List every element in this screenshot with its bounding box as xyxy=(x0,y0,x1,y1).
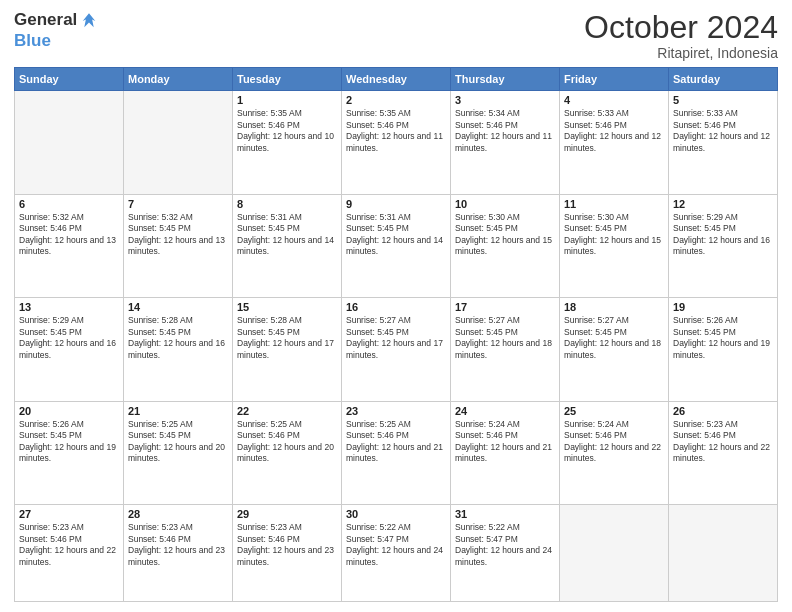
day-info: Sunrise: 5:34 AM Sunset: 5:46 PM Dayligh… xyxy=(455,108,555,154)
logo-blue: Blue xyxy=(14,32,100,51)
calendar-cell: 31Sunrise: 5:22 AM Sunset: 5:47 PM Dayli… xyxy=(451,505,560,602)
calendar-cell: 18Sunrise: 5:27 AM Sunset: 5:45 PM Dayli… xyxy=(560,298,669,402)
calendar-cell: 30Sunrise: 5:22 AM Sunset: 5:47 PM Dayli… xyxy=(342,505,451,602)
title-block: October 2024 Ritapiret, Indonesia xyxy=(584,10,778,61)
svg-marker-0 xyxy=(83,13,96,27)
day-number: 31 xyxy=(455,508,555,520)
day-number: 19 xyxy=(673,301,773,313)
day-info: Sunrise: 5:28 AM Sunset: 5:45 PM Dayligh… xyxy=(128,315,228,361)
day-number: 18 xyxy=(564,301,664,313)
calendar-week-row: 6Sunrise: 5:32 AM Sunset: 5:46 PM Daylig… xyxy=(15,194,778,298)
day-info: Sunrise: 5:26 AM Sunset: 5:45 PM Dayligh… xyxy=(673,315,773,361)
day-number: 11 xyxy=(564,198,664,210)
calendar-cell: 5Sunrise: 5:33 AM Sunset: 5:46 PM Daylig… xyxy=(669,91,778,195)
day-number: 7 xyxy=(128,198,228,210)
location: Ritapiret, Indonesia xyxy=(584,45,778,61)
day-info: Sunrise: 5:35 AM Sunset: 5:46 PM Dayligh… xyxy=(237,108,337,154)
day-number: 23 xyxy=(346,405,446,417)
calendar-week-row: 13Sunrise: 5:29 AM Sunset: 5:45 PM Dayli… xyxy=(15,298,778,402)
day-number: 25 xyxy=(564,405,664,417)
day-info: Sunrise: 5:30 AM Sunset: 5:45 PM Dayligh… xyxy=(455,212,555,258)
header: General Blue October 2024 Ritapiret, Ind… xyxy=(14,10,778,61)
day-number: 24 xyxy=(455,405,555,417)
day-info: Sunrise: 5:35 AM Sunset: 5:46 PM Dayligh… xyxy=(346,108,446,154)
calendar-cell: 25Sunrise: 5:24 AM Sunset: 5:46 PM Dayli… xyxy=(560,401,669,505)
calendar-cell: 7Sunrise: 5:32 AM Sunset: 5:45 PM Daylig… xyxy=(124,194,233,298)
calendar-cell: 28Sunrise: 5:23 AM Sunset: 5:46 PM Dayli… xyxy=(124,505,233,602)
day-number: 30 xyxy=(346,508,446,520)
day-info: Sunrise: 5:28 AM Sunset: 5:45 PM Dayligh… xyxy=(237,315,337,361)
calendar-cell: 9Sunrise: 5:31 AM Sunset: 5:45 PM Daylig… xyxy=(342,194,451,298)
day-number: 5 xyxy=(673,94,773,106)
page: General Blue October 2024 Ritapiret, Ind… xyxy=(0,0,792,612)
calendar-table: SundayMondayTuesdayWednesdayThursdayFrid… xyxy=(14,67,778,602)
calendar-cell: 13Sunrise: 5:29 AM Sunset: 5:45 PM Dayli… xyxy=(15,298,124,402)
day-number: 26 xyxy=(673,405,773,417)
day-info: Sunrise: 5:24 AM Sunset: 5:46 PM Dayligh… xyxy=(455,419,555,465)
day-info: Sunrise: 5:33 AM Sunset: 5:46 PM Dayligh… xyxy=(673,108,773,154)
day-info: Sunrise: 5:31 AM Sunset: 5:45 PM Dayligh… xyxy=(346,212,446,258)
day-info: Sunrise: 5:23 AM Sunset: 5:46 PM Dayligh… xyxy=(237,522,337,568)
calendar-cell: 14Sunrise: 5:28 AM Sunset: 5:45 PM Dayli… xyxy=(124,298,233,402)
day-number: 16 xyxy=(346,301,446,313)
calendar-cell: 1Sunrise: 5:35 AM Sunset: 5:46 PM Daylig… xyxy=(233,91,342,195)
calendar-cell: 11Sunrise: 5:30 AM Sunset: 5:45 PM Dayli… xyxy=(560,194,669,298)
day-info: Sunrise: 5:23 AM Sunset: 5:46 PM Dayligh… xyxy=(128,522,228,568)
calendar-body: 1Sunrise: 5:35 AM Sunset: 5:46 PM Daylig… xyxy=(15,91,778,602)
weekday-header-friday: Friday xyxy=(560,68,669,91)
day-number: 20 xyxy=(19,405,119,417)
calendar-cell: 4Sunrise: 5:33 AM Sunset: 5:46 PM Daylig… xyxy=(560,91,669,195)
weekday-header-saturday: Saturday xyxy=(669,68,778,91)
day-number: 10 xyxy=(455,198,555,210)
calendar-cell: 3Sunrise: 5:34 AM Sunset: 5:46 PM Daylig… xyxy=(451,91,560,195)
logo-bird-icon xyxy=(78,10,100,32)
calendar-cell: 19Sunrise: 5:26 AM Sunset: 5:45 PM Dayli… xyxy=(669,298,778,402)
calendar-cell: 10Sunrise: 5:30 AM Sunset: 5:45 PM Dayli… xyxy=(451,194,560,298)
day-info: Sunrise: 5:23 AM Sunset: 5:46 PM Dayligh… xyxy=(19,522,119,568)
calendar-cell xyxy=(669,505,778,602)
calendar-cell: 16Sunrise: 5:27 AM Sunset: 5:45 PM Dayli… xyxy=(342,298,451,402)
month-title: October 2024 xyxy=(584,10,778,45)
calendar-cell: 2Sunrise: 5:35 AM Sunset: 5:46 PM Daylig… xyxy=(342,91,451,195)
calendar-cell: 20Sunrise: 5:26 AM Sunset: 5:45 PM Dayli… xyxy=(15,401,124,505)
day-info: Sunrise: 5:27 AM Sunset: 5:45 PM Dayligh… xyxy=(455,315,555,361)
calendar-cell: 12Sunrise: 5:29 AM Sunset: 5:45 PM Dayli… xyxy=(669,194,778,298)
day-info: Sunrise: 5:25 AM Sunset: 5:46 PM Dayligh… xyxy=(237,419,337,465)
calendar-cell: 29Sunrise: 5:23 AM Sunset: 5:46 PM Dayli… xyxy=(233,505,342,602)
day-info: Sunrise: 5:29 AM Sunset: 5:45 PM Dayligh… xyxy=(673,212,773,258)
calendar-header-row: SundayMondayTuesdayWednesdayThursdayFrid… xyxy=(15,68,778,91)
calendar-cell: 15Sunrise: 5:28 AM Sunset: 5:45 PM Dayli… xyxy=(233,298,342,402)
day-info: Sunrise: 5:33 AM Sunset: 5:46 PM Dayligh… xyxy=(564,108,664,154)
day-number: 12 xyxy=(673,198,773,210)
day-info: Sunrise: 5:30 AM Sunset: 5:45 PM Dayligh… xyxy=(564,212,664,258)
day-info: Sunrise: 5:29 AM Sunset: 5:45 PM Dayligh… xyxy=(19,315,119,361)
day-info: Sunrise: 5:27 AM Sunset: 5:45 PM Dayligh… xyxy=(564,315,664,361)
day-number: 2 xyxy=(346,94,446,106)
day-number: 15 xyxy=(237,301,337,313)
calendar-cell: 6Sunrise: 5:32 AM Sunset: 5:46 PM Daylig… xyxy=(15,194,124,298)
day-number: 8 xyxy=(237,198,337,210)
calendar-cell xyxy=(124,91,233,195)
day-number: 6 xyxy=(19,198,119,210)
day-number: 14 xyxy=(128,301,228,313)
day-number: 29 xyxy=(237,508,337,520)
calendar-cell xyxy=(15,91,124,195)
calendar-cell xyxy=(560,505,669,602)
calendar-cell: 8Sunrise: 5:31 AM Sunset: 5:45 PM Daylig… xyxy=(233,194,342,298)
calendar-cell: 17Sunrise: 5:27 AM Sunset: 5:45 PM Dayli… xyxy=(451,298,560,402)
calendar-cell: 27Sunrise: 5:23 AM Sunset: 5:46 PM Dayli… xyxy=(15,505,124,602)
calendar-cell: 23Sunrise: 5:25 AM Sunset: 5:46 PM Dayli… xyxy=(342,401,451,505)
calendar-cell: 22Sunrise: 5:25 AM Sunset: 5:46 PM Dayli… xyxy=(233,401,342,505)
day-number: 27 xyxy=(19,508,119,520)
day-info: Sunrise: 5:31 AM Sunset: 5:45 PM Dayligh… xyxy=(237,212,337,258)
day-info: Sunrise: 5:32 AM Sunset: 5:46 PM Dayligh… xyxy=(19,212,119,258)
weekday-header-wednesday: Wednesday xyxy=(342,68,451,91)
day-info: Sunrise: 5:22 AM Sunset: 5:47 PM Dayligh… xyxy=(455,522,555,568)
day-number: 3 xyxy=(455,94,555,106)
weekday-header-monday: Monday xyxy=(124,68,233,91)
day-info: Sunrise: 5:32 AM Sunset: 5:45 PM Dayligh… xyxy=(128,212,228,258)
day-info: Sunrise: 5:25 AM Sunset: 5:46 PM Dayligh… xyxy=(346,419,446,465)
day-number: 9 xyxy=(346,198,446,210)
day-number: 22 xyxy=(237,405,337,417)
day-info: Sunrise: 5:25 AM Sunset: 5:45 PM Dayligh… xyxy=(128,419,228,465)
